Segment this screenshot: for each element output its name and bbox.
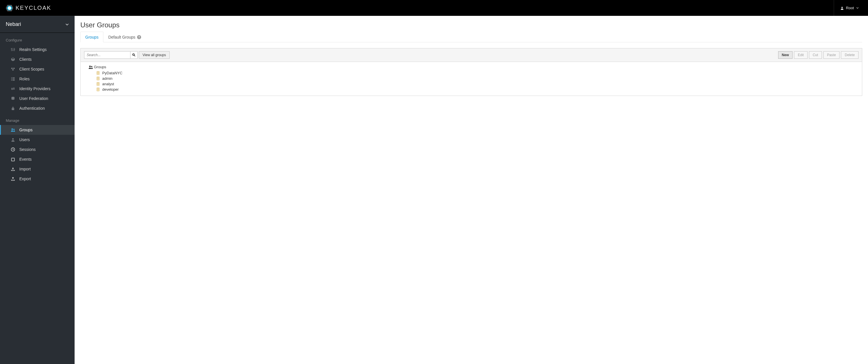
keycloak-logo-icon <box>5 4 14 12</box>
tree-root-label: Groups <box>94 65 106 69</box>
sidebar-item-label: Groups <box>19 128 33 132</box>
search-icon <box>132 53 136 57</box>
sidebar-item-clients[interactable]: Clients <box>0 54 74 64</box>
document-icon <box>96 71 100 75</box>
sidebar-item-label: User Federation <box>19 96 48 101</box>
document-icon <box>96 82 100 86</box>
sidebar-item-label: Users <box>19 138 30 142</box>
user-menu-label: Root <box>846 6 854 10</box>
tab-label: Groups <box>85 35 98 39</box>
tree-node[interactable]: PyDataNYC <box>96 70 854 76</box>
tree-node-label: PyDataNYC <box>102 71 122 75</box>
sidebar-item-label: Client Scopes <box>19 67 44 71</box>
list-icon <box>11 77 15 81</box>
sidebar-item-label: Events <box>19 157 32 161</box>
sidebar-item-groups[interactable]: Groups <box>0 125 74 135</box>
sidebar-item-label: Roles <box>19 77 30 81</box>
group-tree: Groups PyDataNYCadminanalystdeveloper <box>81 62 862 96</box>
cube-icon <box>11 57 15 62</box>
sidebar-item-export[interactable]: Export <box>0 174 74 184</box>
sidebar-item-label: Clients <box>19 57 32 62</box>
brand-text: KEYCLOAK <box>16 5 51 11</box>
sidebar-item-sessions[interactable]: Sessions <box>0 145 74 154</box>
realm-name: Nebari <box>6 21 21 27</box>
search-input[interactable] <box>84 51 130 59</box>
user-icon <box>840 6 844 10</box>
calendar-icon <box>11 157 15 161</box>
lock-icon <box>11 106 15 111</box>
tree-node[interactable]: developer <box>96 87 854 92</box>
edit-button[interactable]: Edit <box>794 51 808 59</box>
user-icon <box>11 138 15 142</box>
import-icon <box>11 167 15 171</box>
sidebar-item-label: Import <box>19 167 31 171</box>
tab-groups[interactable]: Groups <box>80 32 103 42</box>
sidebar-item-authentication[interactable]: Authentication <box>0 103 74 113</box>
brand[interactable]: KEYCLOAK <box>0 4 51 12</box>
tree-node-label: admin <box>102 76 112 81</box>
sidebar-section-label: Configure <box>0 33 74 44</box>
database-icon <box>11 96 15 101</box>
sidebar-item-import[interactable]: Import <box>0 164 74 174</box>
chevron-down-icon <box>65 23 69 26</box>
sidebar-item-users[interactable]: Users <box>0 135 74 145</box>
groups-panel: View all groups New Edit Cut Paste Delet… <box>80 48 862 96</box>
search-button[interactable] <box>130 51 138 59</box>
top-bar: KEYCLOAK Root <box>0 0 868 16</box>
clock-icon <box>11 147 15 152</box>
user-menu[interactable]: Root <box>834 0 865 16</box>
tab-default-groups[interactable]: Default Groups? <box>103 32 146 42</box>
document-icon <box>96 77 100 80</box>
view-all-groups-button[interactable]: View all groups <box>139 51 169 59</box>
delete-button[interactable]: Delete <box>841 51 859 59</box>
realm-selector[interactable]: Nebari <box>0 16 74 33</box>
cut-button[interactable]: Cut <box>809 51 822 59</box>
document-icon <box>96 88 100 91</box>
export-icon <box>11 177 15 181</box>
tree-node[interactable]: admin <box>96 76 854 81</box>
tree-node-label: analyst <box>102 82 114 86</box>
sidebar-item-label: Export <box>19 177 31 181</box>
toolbar: View all groups New Edit Cut Paste Delet… <box>81 49 862 62</box>
sidebar-section-label: Manage <box>0 113 74 125</box>
sidebar-item-identity-providers[interactable]: Identity Providers <box>0 84 74 94</box>
chevron-down-icon <box>856 7 859 9</box>
users-icon <box>11 128 15 132</box>
sliders-icon <box>11 47 15 52</box>
sidebar-item-roles[interactable]: Roles <box>0 74 74 84</box>
sidebar-item-user-federation[interactable]: User Federation <box>0 94 74 103</box>
paste-button[interactable]: Paste <box>824 51 840 59</box>
sidebar-item-client-scopes[interactable]: Client Scopes <box>0 64 74 74</box>
sidebar-item-label: Identity Providers <box>19 86 51 91</box>
sidebar-item-label: Authentication <box>19 106 45 111</box>
tree-node[interactable]: analyst <box>96 81 854 87</box>
exchange-icon <box>11 86 15 91</box>
tabs: GroupsDefault Groups? <box>80 31 862 42</box>
main-content: User Groups GroupsDefault Groups? View a… <box>74 16 868 364</box>
new-button[interactable]: New <box>778 51 793 59</box>
tree-root[interactable]: Groups <box>89 65 854 69</box>
sidebar-item-label: Sessions <box>19 147 36 152</box>
help-icon[interactable]: ? <box>137 35 141 39</box>
search-group <box>84 51 138 59</box>
page-title: User Groups <box>80 21 862 29</box>
sidebar-item-events[interactable]: Events <box>0 154 74 164</box>
tab-label: Default Groups <box>108 35 135 39</box>
cubes-icon <box>11 67 15 71</box>
sidebar: Nebari ConfigureRealm SettingsClientsCli… <box>0 16 74 364</box>
sidebar-item-label: Realm Settings <box>19 47 46 52</box>
users-icon <box>89 65 93 69</box>
sidebar-item-realm-settings[interactable]: Realm Settings <box>0 44 74 54</box>
tree-node-label: developer <box>102 87 119 92</box>
